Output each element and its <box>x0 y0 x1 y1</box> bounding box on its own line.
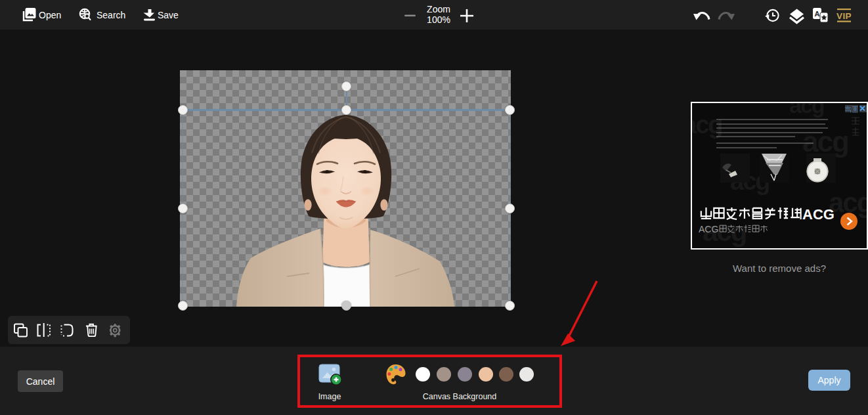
svg-text:VIP: VIP <box>836 11 852 21</box>
svg-text:ACG: ACG <box>802 206 835 223</box>
svg-text:ACG: ACG <box>699 224 718 234</box>
svg-text:A: A <box>815 10 820 18</box>
